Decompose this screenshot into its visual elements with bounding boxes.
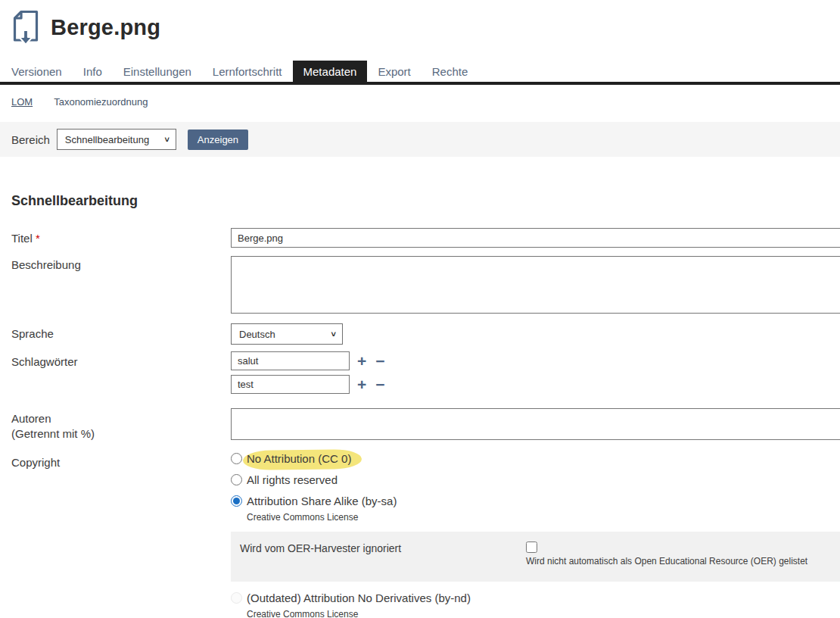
- by-sa-radio-label[interactable]: Attribution Share Alike (by-sa): [247, 495, 397, 507]
- titel-label: Titel *: [0, 228, 231, 246]
- chevron-down-icon: ˅: [331, 329, 336, 339]
- beschreibung-textarea[interactable]: [231, 256, 840, 314]
- tab-info[interactable]: Info: [73, 61, 113, 82]
- section-heading: Schnellbearbeitung: [11, 193, 840, 209]
- copyright-option-cc0: No Attribution (CC 0): [231, 452, 840, 465]
- subtab-bar: LOM Taxonomiezuordnung: [0, 85, 840, 108]
- copyright-option-by-nd: (Outdated) Attribution No Derivatives (b…: [231, 591, 840, 604]
- page-title: Berge.png: [51, 15, 160, 40]
- oer-harvester-checkbox[interactable]: [526, 542, 537, 553]
- tab-export[interactable]: Export: [367, 61, 421, 82]
- bereich-select[interactable]: Schnellbearbeitung ˅: [57, 129, 176, 150]
- remove-keyword-icon[interactable]: −: [375, 354, 384, 369]
- bereich-toolbar: Bereich Schnellbearbeitung ˅ Anzeigen: [0, 122, 840, 157]
- page-header: Berge.png: [0, 0, 840, 45]
- keyword-row: + −: [231, 375, 840, 394]
- oer-harvester-label: Wird vom OER-Harvester ignoriert: [240, 542, 526, 566]
- keyword-row: + −: [231, 351, 840, 370]
- tab-rechte[interactable]: Rechte: [422, 61, 479, 82]
- oer-harvester-box: Wird vom OER-Harvester ignoriert Wird ni…: [231, 532, 840, 582]
- add-keyword-icon[interactable]: +: [357, 354, 366, 369]
- tab-metadaten[interactable]: Metadaten: [293, 61, 368, 82]
- add-keyword-icon[interactable]: +: [357, 377, 366, 392]
- oer-harvester-note: Wird nicht automatisch als Open Educatio…: [526, 556, 831, 566]
- beschreibung-row: Beschreibung: [0, 254, 840, 317]
- bereich-label: Bereich: [11, 133, 50, 146]
- sprache-row: Sprache Deutsch ˅: [0, 323, 840, 345]
- cc0-radio[interactable]: [231, 453, 242, 464]
- by-nd-radio-label[interactable]: (Outdated) Attribution No Derivatives (b…: [247, 591, 471, 604]
- sprache-select[interactable]: Deutsch ˅: [231, 323, 343, 345]
- all-rights-radio[interactable]: [231, 474, 242, 485]
- tab-bar: Versionen Info Einstellungen Lernfortsch…: [0, 61, 840, 85]
- keyword-input-2[interactable]: [231, 375, 350, 394]
- schlagwoerter-label: Schlagwörter: [0, 351, 231, 370]
- beschreibung-label: Beschreibung: [0, 254, 231, 273]
- copyright-option-by-sa: Attribution Share Alike (by-sa): [231, 495, 840, 507]
- autoren-input[interactable]: [231, 408, 840, 440]
- sprache-label: Sprache: [0, 323, 231, 342]
- copyright-row: Copyright No Attribution (CC 0) All righ…: [0, 452, 840, 618]
- titel-row: Titel *: [0, 228, 840, 248]
- autoren-label: Autoren (Getrennt mit %): [0, 408, 231, 442]
- subtab-taxonomiezuordnung[interactable]: Taxonomiezuordnung: [54, 96, 148, 108]
- tab-einstellungen[interactable]: Einstellungen: [113, 61, 202, 82]
- file-download-icon: [11, 10, 41, 45]
- required-mark: *: [36, 232, 40, 245]
- keyword-input-1[interactable]: [231, 351, 350, 370]
- by-sa-radio[interactable]: [231, 495, 242, 507]
- copyright-option-all-rights: All rights reserved: [231, 473, 840, 486]
- tab-versionen[interactable]: Versionen: [0, 61, 73, 82]
- copyright-label: Copyright: [0, 452, 231, 470]
- anzeigen-button[interactable]: Anzeigen: [188, 130, 248, 150]
- bereich-select-value: Schnellbearbeitung: [65, 134, 149, 145]
- sprache-select-value: Deutsch: [239, 329, 275, 340]
- titel-input[interactable]: [231, 228, 840, 248]
- schlagwoerter-row: Schlagwörter + − + −: [0, 351, 840, 398]
- tab-lernfortschritt[interactable]: Lernfortschritt: [202, 61, 293, 82]
- remove-keyword-icon[interactable]: −: [375, 377, 384, 392]
- quick-edit-form: Titel * Beschreibung Sprache Deutsch ˅ S…: [0, 228, 840, 618]
- all-rights-radio-label[interactable]: All rights reserved: [247, 473, 338, 486]
- cc0-radio-label[interactable]: No Attribution (CC 0): [247, 452, 351, 465]
- by-nd-radio[interactable]: [231, 592, 242, 604]
- subtab-lom[interactable]: LOM: [11, 96, 33, 108]
- autoren-row: Autoren (Getrennt mit %): [0, 408, 840, 442]
- by-sa-license-note: Creative Commons License: [247, 512, 840, 523]
- chevron-down-icon: ˅: [164, 135, 169, 144]
- by-nd-license-note: Creative Commons License: [247, 609, 840, 618]
